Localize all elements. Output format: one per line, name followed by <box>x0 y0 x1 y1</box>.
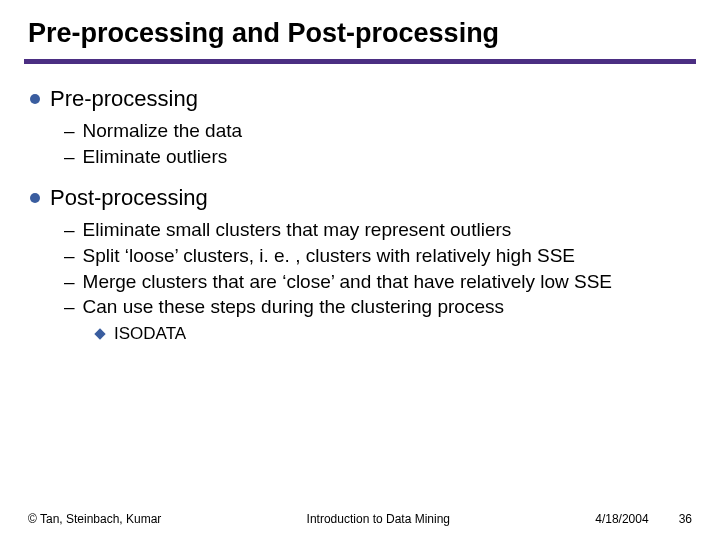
section-heading: Post-processing <box>50 185 208 211</box>
footer-date: 4/18/2004 <box>595 512 648 526</box>
section-heading: Pre-processing <box>50 86 198 112</box>
list-item-text: Normalize the data <box>83 118 242 144</box>
section-pre-processing: Pre-processing – Normalize the data – El… <box>24 86 696 169</box>
list-item-text: Eliminate outliers <box>83 144 228 170</box>
bullet-disc-icon <box>30 94 40 104</box>
bullet-disc-icon <box>30 193 40 203</box>
dash-icon: – <box>64 294 75 320</box>
slide-title: Pre-processing and Post-processing <box>24 18 696 49</box>
slide: Pre-processing and Post-processing Pre-p… <box>0 0 720 540</box>
list-item-text: Eliminate small clusters that may repres… <box>83 217 512 243</box>
section-head: Post-processing <box>24 185 696 211</box>
section-post-processing: Post-processing – Eliminate small cluste… <box>24 185 696 344</box>
list-item-text: Split ‘loose’ clusters, i. e. , clusters… <box>83 243 575 269</box>
list-item-text: Merge clusters that are ‘close’ and that… <box>83 269 612 295</box>
footer-right: 4/18/2004 36 <box>595 512 692 526</box>
dash-icon: – <box>64 269 75 295</box>
dash-icon: – <box>64 144 75 170</box>
sub-list: – Eliminate small clusters that may repr… <box>24 217 696 320</box>
footer-copyright: © Tan, Steinbach, Kumar <box>28 512 161 526</box>
footer-subject: Introduction to Data Mining <box>161 512 595 526</box>
list-item: – Can use these steps during the cluster… <box>64 294 696 320</box>
dash-icon: – <box>64 243 75 269</box>
sub-sub-item: ISODATA <box>24 324 696 344</box>
list-item: – Eliminate small clusters that may repr… <box>64 217 696 243</box>
footer: © Tan, Steinbach, Kumar Introduction to … <box>0 512 720 526</box>
dash-icon: – <box>64 118 75 144</box>
dash-icon: – <box>64 217 75 243</box>
list-item: – Normalize the data <box>64 118 696 144</box>
list-item: – Eliminate outliers <box>64 144 696 170</box>
title-rule <box>24 59 696 64</box>
diamond-icon <box>94 328 105 339</box>
list-item: – Merge clusters that are ‘close’ and th… <box>64 269 696 295</box>
footer-page: 36 <box>679 512 692 526</box>
section-head: Pre-processing <box>24 86 696 112</box>
list-item: – Split ‘loose’ clusters, i. e. , cluste… <box>64 243 696 269</box>
sub-list: – Normalize the data – Eliminate outlier… <box>24 118 696 169</box>
list-item-text: Can use these steps during the clusterin… <box>83 294 504 320</box>
sub-sub-text: ISODATA <box>114 324 186 344</box>
